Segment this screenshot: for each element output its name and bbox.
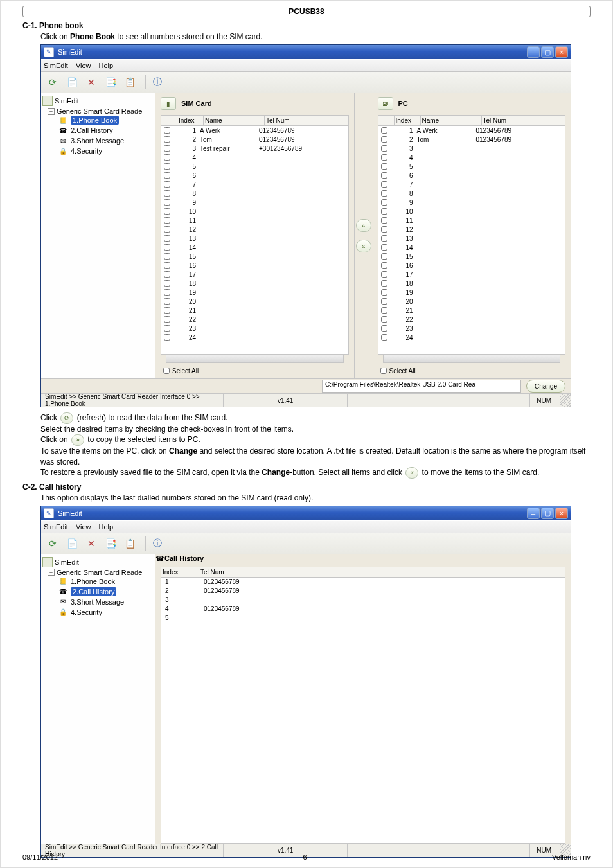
- sim-scrollbar[interactable]: [166, 355, 344, 363]
- row-checkbox[interactable]: [164, 235, 170, 242]
- table-row[interactable]: 8: [161, 189, 348, 198]
- expand-icon[interactable]: –: [48, 569, 55, 576]
- row-checkbox[interactable]: [381, 127, 387, 134]
- table-row[interactable]: 17: [378, 270, 565, 279]
- copy-to-sim-button[interactable]: «: [356, 240, 371, 252]
- table-row[interactable]: 40123456789: [161, 605, 565, 614]
- call-rows[interactable]: 10123456789201234567893401234567895: [161, 578, 565, 844]
- close-button[interactable]: ×: [555, 508, 568, 519]
- table-row[interactable]: 24: [378, 333, 565, 342]
- table-row[interactable]: 22: [378, 315, 565, 324]
- tree-reader-node[interactable]: –Generic Smart Card Reade: [48, 107, 154, 115]
- menu-help[interactable]: Help: [99, 62, 114, 69]
- table-row[interactable]: 4: [161, 153, 348, 162]
- row-checkbox[interactable]: [164, 136, 170, 143]
- row-checkbox[interactable]: [164, 199, 170, 206]
- new-icon[interactable]: 📄: [64, 536, 80, 551]
- table-row[interactable]: 5: [161, 614, 565, 623]
- table-row[interactable]: 16: [378, 261, 565, 270]
- row-checkbox[interactable]: [164, 289, 170, 296]
- col-name[interactable]: Name: [421, 116, 482, 125]
- row-checkbox[interactable]: [164, 154, 170, 161]
- table-row[interactable]: 24: [161, 333, 348, 342]
- row-checkbox[interactable]: [164, 325, 170, 332]
- table-row[interactable]: 22: [161, 315, 348, 324]
- row-checkbox[interactable]: [381, 316, 387, 323]
- tree-leaf-2[interactable]: ✉3.Short Message: [58, 598, 154, 607]
- row-checkbox[interactable]: [381, 244, 387, 251]
- new-icon[interactable]: 📄: [64, 75, 80, 90]
- delete-icon[interactable]: ✕: [84, 75, 99, 90]
- row-checkbox[interactable]: [164, 244, 170, 251]
- row-checkbox[interactable]: [164, 262, 170, 269]
- table-row[interactable]: 1A Werk0123456789: [161, 126, 348, 135]
- table-row[interactable]: 16: [161, 261, 348, 270]
- row-checkbox[interactable]: [381, 199, 387, 206]
- row-checkbox[interactable]: [164, 208, 170, 215]
- row-checkbox[interactable]: [164, 127, 170, 134]
- table-row[interactable]: 6: [378, 171, 565, 180]
- table-row[interactable]: 11: [161, 216, 348, 225]
- row-checkbox[interactable]: [164, 316, 170, 323]
- tree-root[interactable]: SimEdit: [42, 96, 154, 106]
- table-row[interactable]: 3Test repair+30123456789: [161, 144, 348, 153]
- col-name[interactable]: Name: [204, 116, 265, 125]
- titlebar[interactable]: ✎ SimEdit – ▢ ×: [41, 506, 571, 520]
- refresh-icon[interactable]: ⟳: [45, 75, 60, 90]
- copy-icon[interactable]: 📑: [103, 536, 118, 551]
- row-checkbox[interactable]: [164, 190, 170, 197]
- row-checkbox[interactable]: [164, 334, 170, 341]
- pc-select-all-checkbox[interactable]: [380, 368, 387, 374]
- col-tel[interactable]: Tel Num: [199, 567, 565, 577]
- table-row[interactable]: 14: [378, 243, 565, 252]
- table-row[interactable]: 20123456789: [161, 587, 565, 596]
- row-checkbox[interactable]: [381, 280, 387, 287]
- table-row[interactable]: 9: [378, 198, 565, 207]
- table-row[interactable]: 17: [161, 270, 348, 279]
- tree-leaf-0[interactable]: 📒1.Phone Book: [58, 577, 154, 586]
- menu-simedit[interactable]: SimEdit: [44, 523, 68, 531]
- table-row[interactable]: 21: [161, 306, 348, 315]
- table-row[interactable]: 11: [378, 216, 565, 225]
- table-row[interactable]: 15: [378, 252, 565, 261]
- info-icon[interactable]: ⓘ: [150, 536, 165, 551]
- table-row[interactable]: 18: [378, 279, 565, 288]
- row-checkbox[interactable]: [164, 253, 170, 260]
- row-checkbox[interactable]: [164, 298, 170, 305]
- table-row[interactable]: 20: [378, 297, 565, 306]
- minimize-button[interactable]: –: [527, 508, 540, 519]
- titlebar[interactable]: ✎ SimEdit – ▢ ×: [41, 45, 571, 59]
- table-row[interactable]: 9: [161, 198, 348, 207]
- table-row[interactable]: 8: [378, 189, 565, 198]
- table-row[interactable]: 7: [378, 180, 565, 189]
- row-checkbox[interactable]: [381, 262, 387, 269]
- table-row[interactable]: 13: [161, 234, 348, 243]
- table-row[interactable]: 18: [161, 279, 348, 288]
- table-row[interactable]: 2Tom0123456789: [161, 135, 348, 144]
- close-button[interactable]: ×: [555, 46, 568, 58]
- row-checkbox[interactable]: [164, 271, 170, 278]
- copy-icon[interactable]: 📑: [103, 75, 118, 90]
- row-checkbox[interactable]: [381, 253, 387, 260]
- table-row[interactable]: 5: [161, 162, 348, 171]
- row-checkbox[interactable]: [381, 289, 387, 296]
- resize-grip-icon[interactable]: [560, 394, 571, 407]
- tree-root[interactable]: SimEdit: [42, 557, 154, 567]
- row-checkbox[interactable]: [381, 217, 387, 224]
- row-checkbox[interactable]: [381, 325, 387, 332]
- table-row[interactable]: 3: [378, 144, 565, 153]
- minimize-button[interactable]: –: [527, 46, 540, 58]
- table-row[interactable]: 1A Werk0123456789: [378, 126, 565, 135]
- row-checkbox[interactable]: [381, 208, 387, 215]
- tree-leaf-2[interactable]: ✉3.Short Message: [58, 136, 154, 145]
- row-checkbox[interactable]: [381, 307, 387, 314]
- col-index[interactable]: Index: [395, 116, 421, 125]
- paste-icon[interactable]: 📋: [122, 536, 138, 551]
- table-row[interactable]: 13: [378, 234, 565, 243]
- change-button[interactable]: Change: [526, 380, 565, 393]
- refresh-icon[interactable]: ⟳: [45, 536, 60, 551]
- table-row[interactable]: 19: [161, 288, 348, 297]
- row-checkbox[interactable]: [381, 271, 387, 278]
- copy-to-pc-button[interactable]: »: [356, 219, 371, 232]
- col-index[interactable]: Index: [161, 567, 199, 577]
